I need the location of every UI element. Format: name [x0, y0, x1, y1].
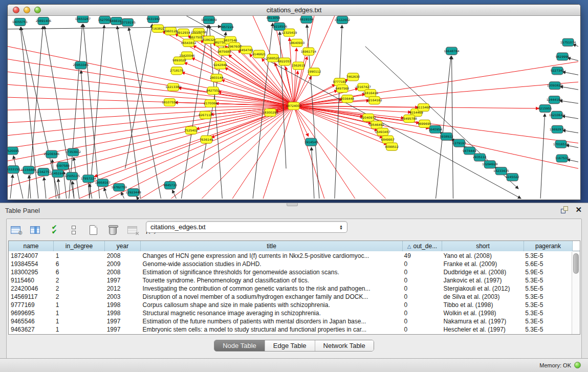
graph-node-20953346[interactable]: 20953346 [73, 61, 89, 69]
graph-node-9531942[interactable]: 9531942 [146, 16, 160, 23]
citation-edge-black[interactable] [121, 192, 124, 199]
graph-node-8267110[interactable]: 8267110 [199, 111, 212, 119]
column-header-out-de-[interactable]: △out_de... [403, 241, 442, 251]
graph-node-7636149[interactable]: 7636149 [200, 136, 213, 143]
citation-edge-black[interactable] [58, 179, 60, 199]
graph-node-18640910[interactable]: 18640910 [289, 39, 305, 47]
graph-node-19218506[interactable]: 19218506 [272, 23, 288, 30]
graph-node-2803144[interactable]: 2803144 [210, 74, 224, 82]
graph-node-9115460[interactable]: 9115460 [417, 104, 430, 112]
citation-edge-black[interactable] [8, 27, 221, 29]
table-body[interactable]: 1872400712008Changes of HCN gene express… [9, 252, 572, 334]
graph-node-12505135[interactable]: 12505135 [64, 172, 80, 180]
graph-node-9242848[interactable]: 9242848 [213, 61, 227, 69]
graph-node-12164162[interactable]: 12164162 [366, 97, 382, 104]
table-row[interactable]: 946554611997Estimation of the future num… [9, 317, 572, 325]
graph-node-16961714[interactable]: 16961714 [301, 48, 317, 55]
graph-node-16648784[interactable]: 16648784 [444, 47, 460, 55]
graph-node-9474444[interactable]: 9474444 [463, 147, 476, 155]
graph-node-10294928[interactable]: 10294928 [482, 161, 498, 168]
vertical-scrollbar[interactable] [572, 252, 580, 334]
citation-edge-black[interactable] [117, 26, 141, 199]
float-panel-icon[interactable] [561, 206, 568, 213]
graph-node-17353912[interactable]: 17353912 [66, 148, 81, 156]
table-options-button[interactable]: ⚙ [9, 224, 22, 236]
citation-edge-black[interactable] [540, 114, 545, 199]
graph-node-12342757[interactable]: 12342757 [36, 168, 52, 176]
graph-node-9245022[interactable]: 9245022 [506, 173, 519, 181]
graph-node-20891406[interactable]: 20891406 [36, 17, 52, 25]
graph-node-9146821[interactable]: 9146821 [252, 50, 266, 58]
citation-edge-black[interactable] [311, 147, 314, 199]
citation-edge-red[interactable] [8, 59, 294, 106]
citation-edge-red[interactable] [211, 106, 294, 138]
citation-edge-black[interactable] [128, 28, 161, 199]
table-row[interactable]: 2242004622012Investigating the contribut… [9, 285, 572, 293]
graph-node-8813054[interactable]: 8813054 [267, 16, 280, 21]
citation-edge-red[interactable] [263, 106, 294, 199]
graph-node-9875685[interactable]: 9875685 [217, 48, 231, 55]
table-selector-dropdown[interactable]: citations_edges.txt ▲▼ [146, 221, 347, 233]
graph-node-15692971[interactable]: 15692971 [550, 125, 565, 133]
graph-node-15493457[interactable]: 15493457 [375, 128, 390, 136]
graph-node-16033809[interactable]: 16033809 [201, 16, 217, 24]
graph-node-2036448[interactable]: 2036448 [340, 95, 354, 103]
citation-edge-red[interactable] [8, 106, 294, 148]
table-row[interactable]: 946362711997Embryonic stem cells: a mode… [9, 325, 572, 334]
table-row[interactable]: 1456911722003Disruption of a novel membe… [9, 293, 572, 301]
citation-edge-black[interactable] [13, 156, 23, 199]
graph-node-6379197[interactable]: 6379197 [452, 139, 466, 147]
network-window[interactable]: citations_edges.txt 18724007183002957163… [7, 4, 581, 200]
graph-node-16210643[interactable]: 16210643 [549, 111, 565, 119]
column-header-in-degree[interactable]: in_degree [54, 241, 105, 251]
graph-node-10653287[interactable]: 10653287 [75, 16, 91, 23]
scrollbar-thumb[interactable] [573, 253, 579, 274]
graph-node-5938922[interactable]: 5938922 [440, 133, 453, 140]
graph-node-1990112[interactable]: 1990112 [308, 68, 321, 76]
citation-edge-black[interactable] [559, 101, 578, 103]
graph-node-9699695[interactable]: 9699695 [418, 120, 431, 127]
graph-node-9893029[interactable]: 9893029 [172, 57, 186, 64]
graph-node-12093822[interactable]: 12093822 [547, 82, 563, 90]
tab-node-table[interactable]: Node Table [214, 340, 265, 351]
citation-edge-red[interactable] [294, 94, 365, 106]
graph-node-1167533[interactable]: 1167533 [555, 155, 569, 162]
graph-node-18107552[interactable]: 18107552 [162, 99, 178, 106]
citation-edge-red[interactable] [294, 106, 355, 199]
graph-node-7857224[interactable]: 7857224 [220, 23, 234, 31]
column-header-year[interactable]: year [105, 241, 141, 251]
graph-node-11816416[interactable]: 11816416 [363, 90, 379, 97]
graph-node-18300295[interactable]: 18300295 [263, 108, 278, 116]
graph-node-11156889[interactable]: 11156889 [21, 166, 37, 174]
graph-node-12213389[interactable]: 12213389 [165, 83, 181, 91]
graph-node-2170066[interactable]: 2170066 [204, 100, 217, 107]
citation-edge-black[interactable] [137, 196, 138, 199]
graph-node-9829996[interactable]: 9829996 [556, 53, 570, 60]
graph-node-2526695[interactable]: 2526695 [8, 147, 19, 155]
new-document-button[interactable] [86, 224, 100, 236]
citation-edge-red[interactable] [171, 106, 294, 199]
graph-node-1640954[interactable]: 1640954 [428, 125, 442, 133]
graph-node-7163822[interactable]: 7163822 [151, 25, 165, 32]
citation-edge-black[interactable] [44, 177, 46, 199]
graph-node-17957224[interactable]: 17957224 [80, 175, 96, 183]
delete-button[interactable] [106, 224, 119, 236]
graph-node-1914545[interactable]: 1914545 [304, 138, 318, 146]
graph-node-8912934[interactable]: 8912934 [177, 29, 190, 36]
graph-node-8099512[interactable]: 8099512 [385, 143, 399, 150]
citation-edge-red[interactable] [294, 101, 369, 106]
tab-network-table[interactable]: Network Table [315, 340, 374, 351]
citation-edge-black[interactable] [365, 47, 518, 189]
show-columns-button[interactable] [28, 224, 41, 236]
table-row[interactable]: 1872400712008Changes of HCN gene express… [9, 252, 572, 260]
column-header-short[interactable]: short [442, 241, 524, 251]
graph-node-19958167[interactable]: 19958167 [95, 179, 111, 187]
graph-node-8215955[interactable]: 8215955 [538, 105, 552, 113]
graph-node-7525402[interactable]: 7525402 [184, 126, 198, 134]
graph-node-17016514[interactable]: 17016514 [553, 140, 569, 148]
tab-edge-table[interactable]: Edge Table [265, 340, 315, 351]
graph-node-6497568[interactable]: 6497568 [336, 85, 350, 93]
citation-edge-black[interactable] [568, 58, 578, 60]
graph-node-15495788[interactable]: 15495788 [401, 115, 417, 122]
citation-edge-black[interactable] [104, 188, 107, 199]
